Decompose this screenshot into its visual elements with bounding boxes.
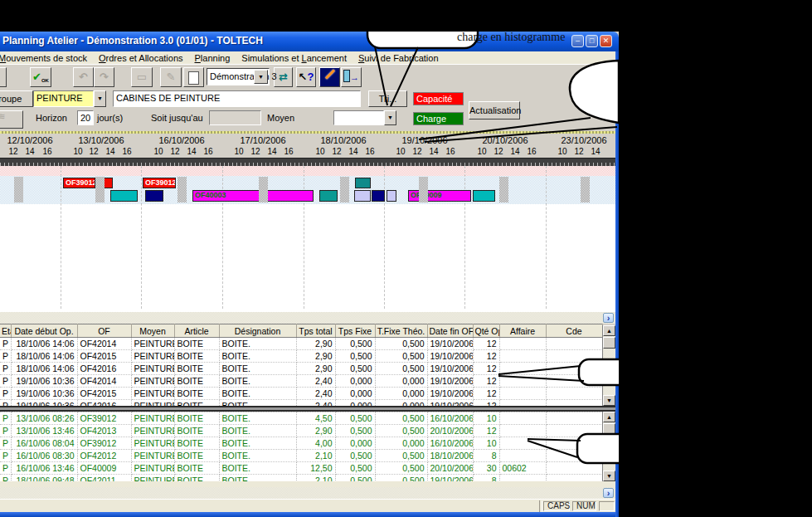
scroll-right-icon[interactable]: › xyxy=(603,313,614,323)
actualisation-button[interactable]: Actualisation xyxy=(469,101,520,119)
menu-item-simulations-et-lancement[interactable]: Simulations et Lancement xyxy=(236,53,353,63)
column-header-tps-total[interactable]: Tps total xyxy=(296,324,335,338)
gantt-block[interactable] xyxy=(319,190,338,202)
table-row-section1[interactable]: P19/10/06 10:36OF42015PEINTUREBOITEBOITE… xyxy=(0,388,602,400)
column-header-t-fixe-th-o-[interactable]: T.Fixe Théo. xyxy=(375,324,427,338)
timeline-hour-tick: 16 xyxy=(42,147,51,156)
scroll-thumb[interactable] xyxy=(603,423,615,435)
groupe-combo-arrow-icon[interactable]: ▼ xyxy=(94,90,106,107)
gantt-block[interactable] xyxy=(145,190,163,202)
timeline-hour-tick: 12 xyxy=(170,147,179,156)
cell: 20/10/2006 xyxy=(427,425,473,437)
column-header-of[interactable]: OF xyxy=(77,324,131,338)
gantt-block-of40003[interactable]: OF40003 xyxy=(192,190,314,202)
gantt-block-of40009[interactable]: OF40009 xyxy=(408,190,471,202)
article-field[interactable]: CABINES DE PEINTURE xyxy=(113,90,361,107)
scroll-down-icon[interactable]: ▼ xyxy=(603,395,615,406)
column-header-cde[interactable]: Cde xyxy=(546,324,602,338)
moyen-combo-arrow-icon[interactable]: ▼ xyxy=(384,110,396,125)
column-header-date-d-but-op-[interactable]: Date début Op. xyxy=(11,324,77,338)
moyen-combo-value[interactable] xyxy=(333,110,384,125)
cell: OF39012 xyxy=(77,412,131,425)
combo-arrow-icon[interactable]: ▼ xyxy=(254,70,268,84)
cell xyxy=(546,437,602,450)
table1-scrollbar[interactable]: ▲▼ xyxy=(602,325,615,406)
validate-ok-button[interactable]: ✔OK xyxy=(30,67,51,87)
new-document-button[interactable] xyxy=(183,67,204,87)
column-header-d-signation[interactable]: Désignation xyxy=(219,324,296,338)
table-row-section2[interactable]: P16/10/06 08:30OF42012PEINTUREBOITEBOITE… xyxy=(0,450,602,462)
cell: BOITE xyxy=(174,450,219,462)
menu-item-mouvements-de-stock[interactable]: Mouvements de stock xyxy=(0,53,93,63)
scroll-up-icon[interactable]: ▲ xyxy=(603,325,615,336)
scroll-down-icon[interactable]: ▼ xyxy=(603,471,615,481)
context-help-button[interactable]: ↖? xyxy=(296,67,316,87)
cell xyxy=(499,375,546,388)
table-row-section2[interactable]: P16/10/06 13:46OF40009PEINTUREBOITEBOITE… xyxy=(0,462,602,475)
column-header-article[interactable]: Article xyxy=(174,324,219,338)
table-row-section1[interactable]: P19/10/06 10:36OF42014PEINTUREBOITEBOITE… xyxy=(0,375,602,388)
window-title: Planning Atelier - Démonstration 3.0 (01… xyxy=(2,35,263,46)
cell: OF42014 xyxy=(77,338,131,350)
minimize-button[interactable]: – xyxy=(571,35,584,47)
timeline-hour-tick: 16 xyxy=(203,147,212,156)
horizon-input[interactable]: 20 xyxy=(77,110,94,125)
table-row-section1[interactable]: P18/10/06 14:06OF42015PEINTUREBOITEBOITE… xyxy=(0,350,602,363)
gantt-block[interactable] xyxy=(355,178,371,188)
table-row-section2[interactable]: P16/10/06 08:04OF39012PEINTUREBOITEBOITE… xyxy=(0,437,602,450)
gantt-block[interactable] xyxy=(372,190,385,202)
undo-disabled-button[interactable]: ↶ xyxy=(73,67,94,87)
cell xyxy=(546,375,602,388)
table-header-row: EtatDate début Op.OFMoyenArticleDésignat… xyxy=(0,324,602,338)
table-row-section1[interactable]: P18/10/06 14:06OF42014PEINTUREBOITEBOITE… xyxy=(0,338,602,350)
column-header-etat[interactable]: Etat xyxy=(0,324,11,338)
menu-item-ordres-et-allocations[interactable]: Ordres et Allocations xyxy=(93,53,189,63)
disabled-cut-button[interactable]: ≋ xyxy=(0,110,23,129)
scroll-right-icon[interactable]: › xyxy=(603,488,614,498)
launch-button[interactable] xyxy=(319,67,340,87)
table-row-section2[interactable]: P13/10/06 13:46OF42013PEINTUREBOITEBOITE… xyxy=(0,425,602,437)
groupe-combo-value[interactable]: PEINTURE xyxy=(33,90,94,107)
cell: P xyxy=(0,412,11,425)
tri-button[interactable]: Tri... xyxy=(368,90,407,107)
gantt-block-of39012[interactable]: OF39012 xyxy=(143,178,176,188)
toolbar: ✔OK↶↷▭✎⇄↖?→Démonstration 3▼ xyxy=(0,64,615,90)
restore-button[interactable]: □ xyxy=(586,35,598,47)
column-header-qt-op[interactable]: Qté Op xyxy=(473,324,499,338)
cell: 19/10/2006 xyxy=(427,363,473,375)
close-button[interactable]: ✕ xyxy=(600,35,612,47)
gantt-block[interactable] xyxy=(110,190,138,202)
exit-button[interactable]: → xyxy=(341,67,362,87)
column-header-affaire[interactable]: Affaire xyxy=(499,324,546,338)
cell: 0,000 xyxy=(335,388,375,400)
column-header-date-fin-of[interactable]: Date fin OF xyxy=(427,324,473,338)
table-row-section2[interactable]: P13/10/06 08:26OF39012PEINTUREBOITEBOITE… xyxy=(0,412,602,425)
gantt-horizontal-scrollbar[interactable]: › xyxy=(0,312,615,324)
table-row-section1[interactable]: P18/10/06 14:06OF42016PEINTUREBOITEBOITE… xyxy=(0,363,602,375)
timeline-hour-tick: 12 xyxy=(332,147,341,156)
cell: 0,500 xyxy=(335,338,375,350)
timeline-hour-tick: 12 xyxy=(494,147,503,156)
timeline-date: 16/10/2006 xyxy=(158,135,204,145)
column-header-moyen[interactable]: Moyen xyxy=(131,324,174,338)
gantt-block[interactable] xyxy=(354,190,371,202)
scroll-up-icon[interactable]: ▲ xyxy=(603,412,615,422)
table-section-splitter[interactable] xyxy=(0,406,615,412)
tool-disabled-button[interactable]: ▭ xyxy=(131,67,153,87)
soit-jusquau-input[interactable] xyxy=(209,110,261,125)
simulation-combo[interactable]: Démonstration 3▼ xyxy=(207,68,270,85)
table-horizontal-scrollbar[interactable]: › xyxy=(0,487,615,499)
gantt-block[interactable] xyxy=(387,190,396,202)
edit-disabled-button[interactable]: ✎ xyxy=(160,67,182,87)
gantt-block[interactable] xyxy=(473,190,495,202)
gantt-day-separator xyxy=(61,166,61,309)
scroll-thumb[interactable] xyxy=(603,337,615,349)
groupe-button[interactable]: Groupe xyxy=(0,90,33,107)
table2-scrollbar[interactable]: ▲▼ xyxy=(602,412,615,481)
clipboard-cut-off[interactable] xyxy=(0,67,7,87)
column-header-tps-fixe[interactable]: Tps Fixe xyxy=(335,324,375,338)
gantt-block-of39012[interactable]: OF39012 xyxy=(63,178,95,188)
menu-item-planning[interactable]: Planning xyxy=(189,53,236,63)
redo-disabled-button[interactable]: ↷ xyxy=(94,67,114,87)
menu-item-suivi-de-fabrication[interactable]: Suivi de Fabrication xyxy=(353,53,445,63)
